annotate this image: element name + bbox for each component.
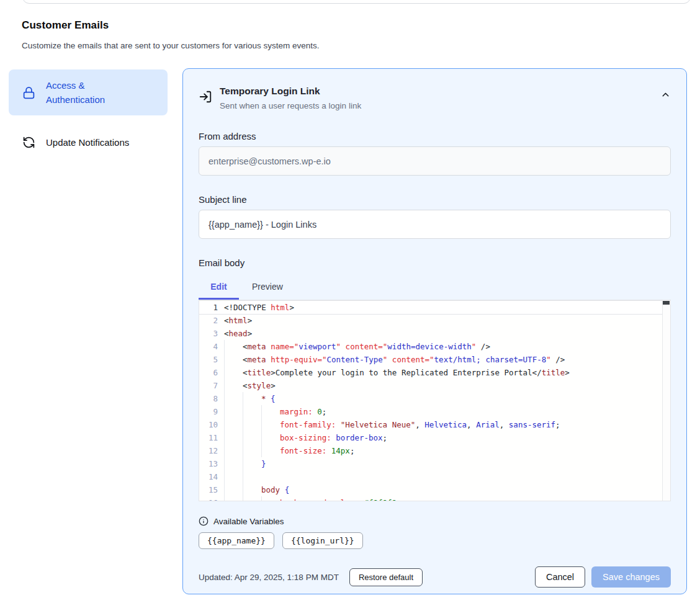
code-line[interactable]: 4<meta name="viewport" content="width=de… <box>199 340 662 353</box>
indent-guide <box>243 418 261 431</box>
line-number: 13 <box>199 457 218 470</box>
code-line[interactable]: 16background-color: #f9f9f9; <box>199 496 662 501</box>
indent-guide <box>243 392 261 405</box>
indent-guide <box>261 405 280 418</box>
indent-guide <box>243 405 261 418</box>
code-line[interactable]: 6<title>Complete your login to the Repli… <box>199 366 662 379</box>
line-number: 14 <box>199 470 218 483</box>
indent-guide <box>243 496 261 501</box>
code-line[interactable]: 11box-sizing: border-box; <box>199 431 662 444</box>
code-line[interactable]: 7<style> <box>199 379 662 392</box>
sidebar-item-access-authentication[interactable]: Access & Authentication <box>9 69 168 115</box>
line-number: 7 <box>199 379 218 392</box>
line-number: 1 <box>199 301 218 314</box>
sidebar-item-label: Access & Authentication <box>46 78 125 107</box>
indent-guide <box>243 483 261 496</box>
line-number: 2 <box>199 314 218 327</box>
indent-guide <box>243 444 261 457</box>
code-line[interactable]: 15body { <box>199 483 662 496</box>
code-line[interactable]: 9margin: 0; <box>199 405 662 418</box>
tab-preview[interactable]: Preview <box>252 278 283 300</box>
variable-chip[interactable]: {{app_name}} <box>199 532 274 549</box>
editor-scrollbar-thumb[interactable] <box>663 301 670 305</box>
variable-chips: {{app_name}}{{login_url}} <box>199 532 671 549</box>
restore-default-button[interactable]: Restore default <box>349 568 423 586</box>
available-variables-label: Available Variables <box>213 517 284 526</box>
code-editor-lines: 1<!DOCTYPE html>2<html>3<head>4<meta nam… <box>199 300 662 501</box>
indent-guide <box>224 392 243 405</box>
lock-icon <box>22 86 35 99</box>
subject-line-field[interactable] <box>199 210 671 239</box>
code-line[interactable]: 13} <box>199 457 662 470</box>
line-number: 9 <box>199 405 218 418</box>
updated-timestamp: Updated: Apr 29, 2025, 1:18 PM MDT <box>199 573 339 582</box>
code-line[interactable]: 3<head> <box>199 327 662 340</box>
refresh-icon <box>22 136 35 149</box>
code-line[interactable]: 2<html> <box>199 314 662 327</box>
previous-card-edge <box>22 0 691 4</box>
email-body-tabs: Edit Preview <box>199 278 671 300</box>
line-number: 16 <box>199 496 218 501</box>
card-subtitle: Sent when a user requests a login link <box>220 100 361 112</box>
indent-guide <box>224 405 243 418</box>
indent-guide <box>224 353 243 366</box>
chevron-up-icon[interactable] <box>660 89 671 100</box>
indent-guide <box>243 431 261 444</box>
available-variables-header: Available Variables <box>199 516 671 526</box>
line-number: 5 <box>199 353 218 366</box>
temporary-login-link-card: Temporary Login Link Sent when a user re… <box>182 68 687 594</box>
code-line[interactable]: 5<meta http-equiv="Content-Type" content… <box>199 353 662 366</box>
variable-chip[interactable]: {{login_url}} <box>282 532 363 549</box>
indent-guide <box>224 470 243 483</box>
page-subtitle: Customize the emails that are sent to yo… <box>22 41 319 50</box>
subject-line-label: Subject line <box>199 194 671 205</box>
indent-guide <box>261 418 280 431</box>
sidebar-item-update-notifications[interactable]: Update Notifications <box>9 128 168 156</box>
code-line[interactable]: 1<!DOCTYPE html> <box>199 301 662 314</box>
line-number: 3 <box>199 327 218 340</box>
indent-guide <box>261 431 280 444</box>
line-number: 8 <box>199 392 218 405</box>
log-in-icon <box>199 90 212 104</box>
line-number: 10 <box>199 418 218 431</box>
indent-guide <box>224 483 243 496</box>
indent-guide <box>224 444 243 457</box>
from-address-field[interactable] <box>199 146 671 176</box>
line-number: 11 <box>199 431 218 444</box>
customer-emails-page: Customer Emails Customize the emails tha… <box>0 0 700 608</box>
card-footer: Updated: Apr 29, 2025, 1:18 PM MDT Resto… <box>199 566 671 588</box>
line-number: 12 <box>199 444 218 457</box>
code-line[interactable]: 8* { <box>199 392 662 405</box>
card-header: Temporary Login Link Sent when a user re… <box>199 84 671 112</box>
line-number: 4 <box>199 340 218 353</box>
sidebar-item-label: Update Notifications <box>46 135 129 150</box>
card-title: Temporary Login Link <box>220 84 361 98</box>
save-changes-button[interactable]: Save changes <box>591 566 671 588</box>
indent-guide <box>243 457 261 470</box>
indent-guide <box>224 496 243 501</box>
email-types-sidebar: Access & Authentication Update Notificat… <box>9 69 168 156</box>
line-number: 6 <box>199 366 218 379</box>
indent-guide <box>224 457 243 470</box>
indent-guide <box>224 418 243 431</box>
indent-guide <box>224 366 243 379</box>
from-address-label: From address <box>199 131 671 141</box>
code-line[interactable]: 12font-size: 14px; <box>199 444 662 457</box>
code-editor[interactable]: 1<!DOCTYPE html>2<html>3<head>4<meta nam… <box>199 300 671 501</box>
card-header-text: Temporary Login Link Sent when a user re… <box>220 84 361 112</box>
page-title: Customer Emails <box>22 19 109 32</box>
indent-guide <box>224 340 243 353</box>
info-icon[interactable] <box>199 516 209 526</box>
indent-guide <box>224 379 243 392</box>
email-body-label: Email body <box>199 257 671 268</box>
cancel-button[interactable]: Cancel <box>535 566 585 588</box>
line-number: 15 <box>199 483 218 496</box>
code-line[interactable]: 14 <box>199 470 662 483</box>
editor-scrollbar-track[interactable] <box>662 300 670 501</box>
indent-guide <box>224 431 243 444</box>
indent-guide <box>261 444 280 457</box>
indent-guide <box>261 496 280 501</box>
code-line[interactable]: 10font-family: "Helvetica Neue", Helveti… <box>199 418 662 431</box>
indent-guide <box>243 470 261 483</box>
tab-edit[interactable]: Edit <box>199 278 239 300</box>
